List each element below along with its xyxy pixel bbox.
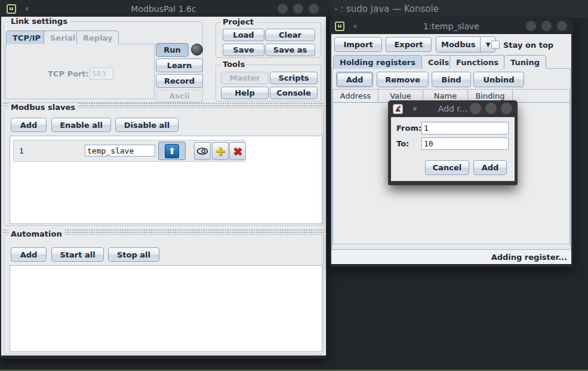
column-header-filler: [513, 90, 569, 103]
titlebar-dot-icon: [353, 24, 357, 28]
maximize-button[interactable]: [293, 4, 303, 14]
maximize-button[interactable]: [485, 103, 497, 114]
stop-all-button[interactable]: Stop all: [108, 247, 159, 262]
register-bind-button[interactable]: Bind: [432, 72, 471, 87]
slave-enable-toggle-button[interactable]: ⬆: [158, 142, 186, 160]
combobox-value: Modbus: [436, 37, 480, 52]
register-remove-button[interactable]: Remove: [377, 72, 429, 87]
run-button[interactable]: Run: [156, 43, 189, 57]
minimize-button[interactable]: [470, 103, 481, 114]
app-icon: [7, 4, 16, 14]
slave-id: 1: [19, 146, 24, 155]
status-bar: Adding register...: [331, 250, 571, 264]
scripts-button[interactable]: Scripts: [270, 72, 318, 84]
close-button[interactable]: [501, 103, 512, 114]
dialog-cancel-button[interactable]: Cancel: [425, 160, 469, 175]
project-group: Project Load Clear Save Save as: [216, 22, 321, 58]
to-label: To:: [396, 139, 409, 148]
register-unbind-button[interactable]: Unbind: [473, 72, 524, 87]
konsole-title: - : sudo java — Konsole: [334, 4, 439, 14]
help-button[interactable]: Help: [221, 87, 269, 99]
from-input[interactable]: [421, 122, 509, 134]
link-settings-title: Link settings: [8, 17, 70, 26]
learn-button[interactable]: Learn: [156, 59, 203, 72]
stay-on-top-checkbox[interactable]: [491, 41, 500, 49]
modbus-slaves-group: Modbus slaves Add Enable all Disable all…: [4, 108, 324, 226]
link-settings-group: Link settings TCP/IP Serial Replay TCP P…: [4, 22, 203, 103]
to-input[interactable]: [421, 137, 509, 150]
dialog-add-button[interactable]: Add: [473, 160, 507, 175]
tcp-port-label: TCP Port:: [48, 69, 89, 78]
automation-list: [10, 265, 322, 352]
close-button[interactable]: [309, 4, 319, 14]
tab-replay[interactable]: Replay: [76, 30, 119, 44]
minimize-button[interactable]: [278, 4, 288, 14]
slave-delete-button[interactable]: ✖: [229, 142, 246, 160]
load-button[interactable]: Load: [223, 29, 264, 41]
ascii-button[interactable]: Ascii: [156, 90, 203, 102]
add-registers-dialog: Add r... From: To: Cancel Add: [388, 100, 518, 185]
modbuspal-titlebar[interactable]: ModbusPal 1.6c: [0, 1, 327, 17]
save-as-button[interactable]: Save as: [265, 44, 315, 56]
slave-duplicate-button[interactable]: ✚: [212, 142, 229, 160]
modbuspal-content: Link settings TCP/IP Serial Replay TCP P…: [1, 17, 326, 355]
close-button[interactable]: [557, 21, 567, 31]
master-button[interactable]: Master: [221, 72, 269, 84]
minimize-button[interactable]: [526, 21, 536, 31]
run-led-indicator-icon: [191, 44, 203, 56]
tab-functions[interactable]: Functions: [450, 55, 505, 69]
maximize-button[interactable]: [541, 21, 552, 31]
automation-title: Automation: [8, 229, 64, 238]
tab-tuning[interactable]: Tuning: [504, 55, 546, 69]
tcp-port-input[interactable]: [90, 68, 113, 79]
import-button[interactable]: Import: [334, 37, 382, 52]
mode-combobox[interactable]: Modbus ▼: [436, 36, 495, 53]
stay-on-top-label: Stay on top: [503, 41, 553, 50]
column-header-address[interactable]: Address: [333, 90, 378, 103]
register-add-button[interactable]: Add: [336, 72, 373, 87]
slave-name-input[interactable]: [85, 145, 155, 157]
arrow-up-icon: ⬆: [165, 144, 179, 158]
slave-row[interactable]: 1 ⬆ ✚ ✖: [13, 140, 245, 162]
temp-slave-titlebar[interactable]: 1:temp_slave: [330, 18, 573, 34]
tab-tcpip[interactable]: TCP/IP: [6, 30, 47, 44]
slave-view-button[interactable]: [194, 142, 211, 160]
modbuspal-window: ModbusPal 1.6c Link settings TCP/IP Seri…: [0, 1, 327, 358]
automation-group: Automation Add Start all Stop all: [4, 234, 324, 354]
eye-icon: [196, 148, 208, 155]
tools-group: Tools Master Scripts Help Console: [216, 65, 321, 102]
slave-list: 1 ⬆ ✚ ✖: [10, 136, 322, 224]
project-title: Project: [220, 17, 256, 26]
dialog-content: From: To: Cancel Add: [391, 117, 515, 181]
save-button[interactable]: Save: [223, 44, 264, 56]
java-app-icon: [393, 104, 403, 114]
titlebar-dot-icon: [25, 7, 29, 11]
plus-icon: ✚: [216, 145, 225, 158]
modbus-slaves-title: Modbus slaves: [8, 103, 78, 112]
automation-add-button[interactable]: Add: [11, 247, 47, 262]
from-label: From:: [396, 124, 421, 133]
tools-title: Tools: [220, 60, 247, 69]
tcpip-tab-panel: TCP Port:: [5, 44, 155, 99]
status-text: Adding register...: [491, 253, 567, 262]
start-all-button[interactable]: Start all: [51, 247, 104, 262]
record-button[interactable]: Record: [156, 74, 203, 88]
app-icon: [335, 22, 344, 31]
enable-all-button[interactable]: Enable all: [51, 118, 111, 132]
clear-button[interactable]: Clear: [265, 29, 315, 41]
tab-holding-registers[interactable]: Holding registers: [333, 55, 422, 69]
dialog-titlebar[interactable]: Add r...: [388, 100, 518, 117]
disable-all-button[interactable]: Disable all: [115, 118, 178, 132]
titlebar-dot-icon: [413, 107, 417, 111]
slave-add-button[interactable]: Add: [11, 118, 47, 132]
delete-x-icon: ✖: [233, 145, 242, 158]
export-button[interactable]: Export: [386, 37, 432, 52]
console-button[interactable]: Console: [270, 87, 318, 99]
